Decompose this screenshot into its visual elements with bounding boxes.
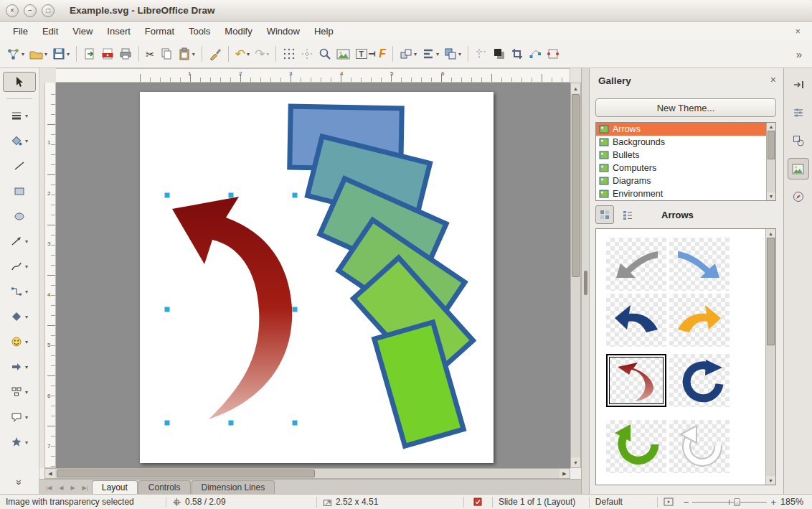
menu-file[interactable]: File bbox=[6, 23, 35, 39]
close-document-button[interactable]: × bbox=[789, 26, 806, 37]
scroll-up-button[interactable]: ▲ bbox=[571, 83, 580, 93]
arrange-button[interactable]: ▾ bbox=[442, 45, 463, 62]
selection-handle-w[interactable] bbox=[165, 307, 170, 312]
menu-tools[interactable]: Tools bbox=[181, 23, 217, 39]
gallery-thumb-dark-blue-circular-arrow[interactable] bbox=[669, 354, 730, 407]
zoom-slider-handle[interactable] bbox=[734, 498, 740, 506]
menu-view[interactable]: View bbox=[65, 23, 100, 39]
theme-list-scrollbar-thumb[interactable] bbox=[768, 131, 775, 159]
tab-dimension-lines[interactable]: Dimension Lines bbox=[192, 480, 275, 494]
gallery-thumb-gray-curved-arrow[interactable] bbox=[606, 238, 666, 291]
object-size-status[interactable]: 2.52 x 4.51 bbox=[317, 497, 464, 508]
scroll-down-button[interactable]: ▼ bbox=[767, 192, 775, 200]
vertical-ruler[interactable]: 1 2 3 4 5 6 7 bbox=[44, 83, 56, 468]
dropdown-caret-icon[interactable]: ▾ bbox=[25, 339, 28, 345]
dropdown-caret-icon[interactable]: ▾ bbox=[25, 238, 28, 245]
gallery-thumb-red-curved-arrow[interactable] bbox=[606, 354, 666, 407]
selection-handle-n[interactable] bbox=[229, 193, 234, 198]
dropdown-caret-icon[interactable]: ▾ bbox=[22, 51, 24, 57]
icon-view-button[interactable] bbox=[595, 205, 614, 224]
align-objects-button[interactable]: ▾ bbox=[420, 45, 441, 62]
edit-points-button[interactable] bbox=[527, 45, 544, 62]
dropdown-caret-icon[interactable]: ▾ bbox=[266, 51, 269, 57]
scroll-down-button[interactable]: ▼ bbox=[766, 476, 775, 485]
scroll-down-button[interactable]: ▼ bbox=[571, 457, 580, 467]
dropdown-caret-icon[interactable]: ▾ bbox=[25, 113, 28, 119]
redo-button[interactable]: ↷▾ bbox=[252, 46, 271, 62]
cut-button[interactable]: ✂ bbox=[143, 47, 157, 62]
line-tool[interactable] bbox=[3, 156, 36, 176]
window-maximize-button[interactable]: □ bbox=[42, 4, 55, 17]
connector-tool[interactable]: ▾ bbox=[3, 281, 36, 302]
snap-guides-button[interactable] bbox=[298, 45, 316, 62]
scroll-right-button[interactable]: ▶ bbox=[560, 469, 570, 478]
helplines-button[interactable] bbox=[473, 45, 490, 62]
menu-format[interactable]: Format bbox=[138, 23, 181, 39]
tab-layout[interactable]: Layout bbox=[92, 480, 138, 494]
horizontal-scrollbar[interactable]: ◀ ▶ bbox=[44, 468, 570, 479]
insert-textbox-button[interactable]: T bbox=[353, 45, 366, 62]
dropdown-caret-icon[interactable]: ▾ bbox=[25, 389, 28, 396]
scroll-up-button[interactable]: ▲ bbox=[766, 229, 775, 238]
gallery-thumb-green-circular-arrow[interactable] bbox=[606, 420, 666, 473]
drawing-toolbar-overflow-button[interactable]: » bbox=[14, 480, 25, 485]
document-modified-status[interactable] bbox=[464, 497, 493, 508]
theme-item-diagrams[interactable]: Diagrams bbox=[596, 174, 775, 187]
theme-item-bullets[interactable]: Bullets bbox=[596, 149, 775, 162]
transformations-button[interactable]: ▾ bbox=[397, 45, 419, 62]
theme-item-environment[interactable]: Environment bbox=[596, 187, 775, 200]
dropdown-caret-icon[interactable]: ▾ bbox=[458, 51, 461, 57]
ellipse-tool[interactable] bbox=[3, 206, 36, 226]
glue-points-button[interactable] bbox=[544, 45, 562, 62]
print-button[interactable] bbox=[117, 45, 134, 62]
zoom-in-button[interactable]: + bbox=[770, 497, 776, 508]
properties-deck-button[interactable] bbox=[788, 102, 809, 123]
theme-item-arrows[interactable]: Arrows bbox=[596, 123, 775, 136]
menu-edit[interactable]: Edit bbox=[35, 23, 65, 39]
navigator-deck-button[interactable] bbox=[788, 186, 809, 207]
dropdown-caret-icon[interactable]: ▾ bbox=[247, 51, 250, 57]
dropdown-caret-icon[interactable]: ▾ bbox=[25, 314, 28, 320]
gallery-close-button[interactable]: × bbox=[770, 74, 776, 85]
clone-formatting-button[interactable] bbox=[207, 45, 224, 62]
selection-handle-s[interactable] bbox=[229, 421, 234, 426]
theme-item-computers[interactable]: Computers bbox=[596, 162, 775, 174]
vertical-scrollbar-thumb[interactable] bbox=[572, 94, 580, 277]
new-theme-button[interactable]: New Theme... bbox=[595, 98, 776, 117]
last-slide-button[interactable]: ▶| bbox=[79, 481, 92, 494]
fill-color-tool[interactable]: ▾ bbox=[3, 131, 36, 151]
cursor-position-status[interactable]: 0.58 / 2.09 bbox=[166, 497, 317, 508]
menu-modify[interactable]: Modify bbox=[217, 23, 259, 39]
lines-and-arrows-tool[interactable]: ▾ bbox=[3, 231, 36, 251]
menu-window[interactable]: Window bbox=[260, 23, 307, 39]
selection-handle-ne[interactable] bbox=[293, 193, 298, 198]
toolbar-overflow-button[interactable]: » bbox=[790, 48, 808, 60]
gallery-thumb-blue-curved-arrow[interactable] bbox=[669, 238, 730, 291]
line-style-tool[interactable]: ▾ bbox=[3, 106, 36, 126]
scroll-left-button[interactable]: ◀ bbox=[45, 469, 55, 478]
selection-handle-nw[interactable] bbox=[165, 193, 170, 198]
shadow-button[interactable] bbox=[491, 45, 508, 62]
fit-slide-button[interactable] bbox=[658, 497, 679, 508]
page-style-status[interactable]: Default bbox=[590, 497, 658, 508]
scroll-up-button[interactable]: ▲ bbox=[767, 123, 775, 131]
symbol-shapes-tool[interactable]: ▾ bbox=[3, 332, 36, 352]
dropdown-caret-icon[interactable]: ▾ bbox=[414, 51, 417, 57]
red-curved-arrow-shape[interactable] bbox=[172, 197, 292, 419]
shapes-deck-button[interactable] bbox=[788, 130, 809, 151]
selection-handle-e[interactable] bbox=[293, 307, 298, 312]
export-pdf-button[interactable] bbox=[99, 45, 116, 62]
canvas-background[interactable] bbox=[56, 83, 570, 468]
splitter-grip[interactable] bbox=[584, 271, 587, 295]
menu-help[interactable]: Help bbox=[307, 23, 341, 39]
display-grid-button[interactable] bbox=[280, 45, 298, 62]
callouts-tool[interactable]: ▾ bbox=[3, 407, 36, 427]
list-view-button[interactable] bbox=[618, 205, 637, 224]
select-tool[interactable] bbox=[3, 72, 36, 92]
next-slide-button[interactable]: ▶ bbox=[67, 481, 78, 494]
gallery-thumb-dark-blue-swoosh-arrow[interactable] bbox=[606, 294, 666, 347]
theme-list-scrollbar[interactable]: ▲ ▼ bbox=[766, 123, 775, 200]
previous-slide-button[interactable]: ◀ bbox=[55, 481, 67, 494]
flowchart-tool[interactable]: ▾ bbox=[3, 382, 36, 402]
first-slide-button[interactable]: |◀ bbox=[42, 481, 55, 494]
